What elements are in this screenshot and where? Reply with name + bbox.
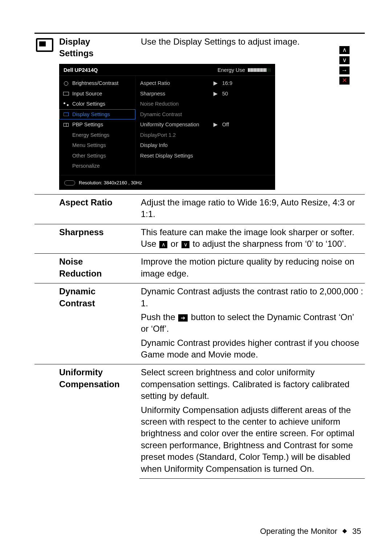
dyncon-p2a: Push the — [141, 312, 177, 322]
blank-icon — [63, 164, 69, 169]
osd-options: Aspect Ratio▶16:9 Sharpness▶50 Noise Red… — [135, 76, 275, 175]
osd-opt-info-k: Display Info — [140, 143, 209, 148]
label-l1: Display — [59, 37, 90, 46]
aspect-ratio-label: Aspect Ratio — [58, 194, 139, 224]
caret-right-icon: ▶ — [213, 91, 218, 97]
row-uniformity: Uniformity Compensation Select screen br… — [34, 364, 365, 479]
brightness-icon — [63, 81, 69, 86]
display-settings-label: Display Settings — [58, 33, 139, 63]
enter-button[interactable]: → — [339, 66, 350, 74]
osd-nav-other[interactable]: Other Settings — [59, 151, 135, 161]
uniformity-p1: Select screen brightness and color unifo… — [141, 367, 363, 402]
osd-nav-energy-label: Energy Settings — [72, 132, 109, 138]
osd-nav-menu-label: Menu Settings — [72, 143, 106, 148]
noise-label: Noise Reduction — [58, 254, 139, 283]
osd-opt-noise-k: Noise Reduction — [140, 101, 209, 107]
osd-nav-pbp[interactable]: PBP Settings — [59, 119, 135, 130]
uniformity-label-l2: Compensation — [59, 379, 120, 389]
osd-opt-dyncon-k: Dynamic Contrast — [140, 112, 209, 117]
osd-nav-other-label: Other Settings — [72, 153, 106, 159]
dyncon-label: Dynamic Contrast — [58, 283, 139, 364]
energy-bar-icon — [248, 68, 271, 72]
blank-icon — [63, 143, 69, 148]
resolution-icon — [64, 180, 75, 185]
osd-nav: Brightness/Contrast Input Source Color S… — [59, 76, 135, 175]
right-arrow-icon: ➔ — [178, 314, 188, 322]
osd-nav-personalize[interactable]: Personalize — [59, 161, 135, 171]
osd-opt-aspect[interactable]: Aspect Ratio▶16:9 — [136, 78, 275, 89]
noise-label-l1: Noise — [59, 257, 83, 266]
osd-opt-sharpness-v: 50 — [222, 91, 228, 97]
osd-opt-reset-k: Reset Display Settings — [140, 153, 209, 159]
row-aspect-ratio: Aspect Ratio Adjust the image ratio to W… — [34, 194, 365, 224]
osd-nav-brightness[interactable]: Brightness/Contrast — [59, 78, 135, 89]
osd-opt-aspect-k: Aspect Ratio — [140, 81, 209, 86]
sharpness-seg2: or — [168, 239, 181, 249]
blank-icon — [63, 132, 69, 138]
osd-opt-uniformity-k: Uniformity Compensation — [140, 122, 209, 127]
uniformity-label-l1: Uniformity — [59, 367, 103, 377]
osd-opt-sharpness[interactable]: Sharpness▶50 — [136, 89, 275, 99]
section-title: Operating the Monitor — [260, 527, 337, 536]
osd-opt-sharpness-k: Sharpness — [140, 91, 209, 97]
osd-header: Dell UP2414Q Energy Use — [59, 64, 275, 76]
dyncon-label-l1: Dynamic — [59, 286, 95, 296]
osd-nav-brightness-label: Brightness/Contrast — [72, 81, 118, 86]
down-button[interactable]: ∨ — [339, 56, 350, 64]
dyncon-desc: Dynamic Contrast adjusts the contrast ra… — [139, 283, 365, 364]
pbp-icon — [63, 122, 69, 127]
osd-nav-menu[interactable]: Menu Settings — [59, 140, 135, 151]
osd-energy-label: Energy Use — [217, 68, 245, 73]
caret-right-icon: ▶ — [213, 81, 218, 86]
display-settings-desc: Use the Display Settings to adjust image… — [141, 37, 300, 46]
osd-brand: Dell UP2414Q — [64, 68, 98, 73]
display-settings-desc-cell: Use the Display Settings to adjust image… — [139, 33, 365, 63]
row-sharpness: Sharpness This feature can make the imag… — [34, 224, 365, 254]
display-icon — [63, 112, 69, 117]
input-icon — [63, 91, 69, 96]
down-icon: ∨ — [181, 241, 189, 248]
osd-nav-input[interactable]: Input Source — [59, 89, 135, 99]
osd-nav-display[interactable]: Display Settings — [59, 109, 135, 120]
uniformity-p2: Uniformity Compensation adjusts differen… — [141, 404, 363, 475]
osd-body: Brightness/Contrast Input Source Color S… — [59, 76, 275, 175]
osd-nav-color[interactable]: Color Settings — [59, 99, 135, 109]
color-icon — [63, 102, 69, 107]
diamond-icon — [343, 529, 347, 533]
osd-nav-color-label: Color Settings — [72, 101, 105, 107]
osd-nav-personalize-label: Personalize — [72, 163, 100, 169]
osd-nav-energy[interactable]: Energy Settings — [59, 130, 135, 140]
osd-nav-input-label: Input Source — [72, 91, 102, 97]
label-l2: Settings — [59, 48, 94, 58]
page-root: Display Settings Use the Display Setting… — [0, 0, 392, 556]
row-osd: Dell UP2414Q Energy Use Brightness/Contr… — [34, 63, 365, 195]
caret-right-icon: ▶ — [213, 122, 218, 127]
osd-opt-uniformity[interactable]: Uniformity Compensation▶Off — [136, 119, 275, 130]
monitor-icon — [36, 38, 53, 52]
osd-energy: Energy Use — [217, 68, 271, 73]
osd-opt-noise[interactable]: Noise Reduction — [136, 99, 275, 109]
up-button[interactable]: ∧ — [339, 46, 350, 54]
dyncon-p1: Dynamic Contrast adjusts the contrast ra… — [141, 286, 363, 309]
osd-opt-dp12-k: DisplayPort 1.2 — [140, 132, 209, 138]
osd-opt-dp12[interactable]: DisplayPort 1.2 — [136, 130, 275, 140]
aspect-ratio-desc: Adjust the image ratio to Wide 16:9, Aut… — [139, 194, 365, 224]
osd-opt-reset[interactable]: Reset Display Settings — [136, 151, 275, 161]
dyncon-p2: Push the ➔ button to select the Dynamic … — [141, 311, 363, 335]
up-icon: ∧ — [159, 241, 167, 248]
page-number: 35 — [352, 527, 361, 536]
page-footer: Operating the Monitor 35 — [260, 527, 361, 536]
display-settings-icon-cell — [34, 33, 58, 195]
osd-nav-pbp-label: PBP Settings — [72, 122, 103, 127]
settings-table: Display Settings Use the Display Setting… — [34, 33, 365, 479]
noise-label-l2: Reduction — [59, 269, 102, 278]
osd-opt-uniformity-v: Off — [222, 122, 229, 127]
osd-footer: Resolution: 3840x2160 , 30Hz — [59, 175, 275, 190]
osd-footer-res: Resolution: 3840x2160 , 30Hz — [79, 180, 142, 185]
osd-side-buttons: ∧ ∨ → ✕ — [339, 46, 350, 85]
close-button[interactable]: ✕ — [339, 77, 350, 85]
osd-opt-dyncon[interactable]: Dynamic Contrast — [136, 109, 275, 120]
sharpness-label: Sharpness — [58, 224, 139, 254]
osd-cell: Dell UP2414Q Energy Use Brightness/Contr… — [58, 63, 365, 195]
osd-opt-info[interactable]: Display Info — [136, 140, 275, 151]
